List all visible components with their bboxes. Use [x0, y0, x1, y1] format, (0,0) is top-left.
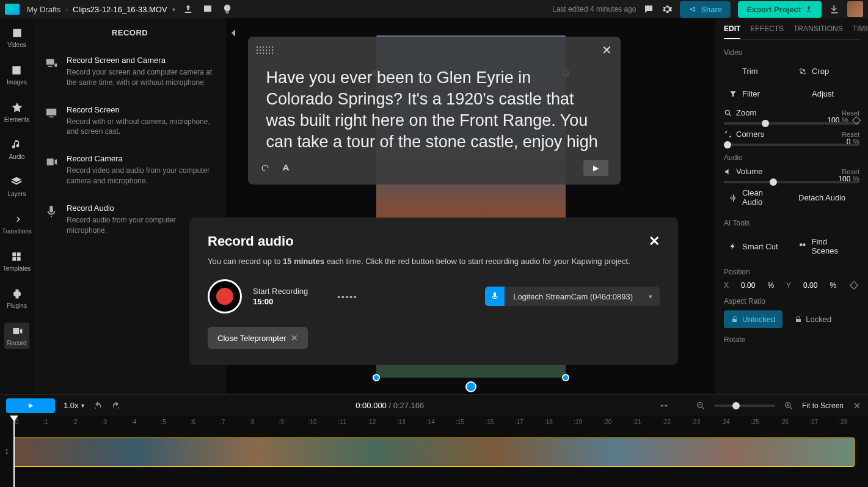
section-rotate: Rotate: [724, 335, 859, 344]
back-arrow-icon[interactable]: [226, 26, 241, 40]
waveform-placeholder: -----: [337, 291, 357, 301]
nav-templates[interactable]: Templates: [1, 248, 34, 274]
pos-x[interactable]: 0.00: [741, 281, 755, 290]
nav-videos[interactable]: Videos: [5, 24, 28, 51]
detach-audio-button[interactable]: Detach Audio: [793, 183, 859, 211]
breadcrumb-drafts[interactable]: My Drafts: [27, 5, 61, 14]
play-button[interactable]: [6, 398, 55, 413]
track-number: 1: [5, 448, 9, 455]
panel-title: RECORD: [34, 18, 226, 47]
undo-icon[interactable]: [93, 401, 103, 411]
font-size-icon[interactable]: [281, 163, 291, 173]
resize-handle-br[interactable]: [562, 374, 569, 381]
drag-grip-icon[interactable]: [257, 46, 273, 54]
camera-icon: [45, 155, 58, 169]
chevron-right-icon: ›: [66, 6, 68, 13]
timecode: 0:00.000 / 0:27.166: [129, 401, 651, 410]
ruler-tick: :9: [279, 419, 283, 425]
subtitles-icon[interactable]: [202, 4, 213, 15]
keyframe-pos[interactable]: [850, 281, 858, 290]
ruler-tick: :24: [721, 419, 730, 425]
app-logo: [5, 4, 20, 15]
mic-selector[interactable]: Logitech StreamCam (046d:0893) ▾: [485, 287, 660, 306]
teleprompter-play[interactable]: ▶: [583, 160, 608, 176]
nav-audio[interactable]: Audio: [7, 136, 27, 163]
clean-audio-button[interactable]: Clean Audio: [724, 183, 790, 211]
ruler-tick: :12: [367, 419, 376, 425]
ruler-tick: :14: [426, 419, 435, 425]
modal-close[interactable]: ✕: [649, 233, 660, 249]
nav-images[interactable]: Images: [4, 62, 29, 88]
chevron-down-icon[interactable]: ▾: [641, 288, 660, 306]
zoom-in-icon[interactable]: [784, 401, 793, 411]
zoom-slider[interactable]: [724, 122, 859, 125]
chevron-down-icon[interactable]: ▾: [172, 6, 175, 13]
breadcrumb-clip[interactable]: Clips23-12-16_16-33.MOV: [73, 5, 167, 14]
nav-transitions[interactable]: Transitions: [0, 211, 34, 237]
comment-icon[interactable]: [643, 4, 654, 15]
ruler-tick: :26: [780, 419, 789, 425]
speed-selector[interactable]: 1.0x▾: [64, 401, 84, 410]
corners-slider[interactable]: [724, 144, 859, 146]
trim-timeline-icon[interactable]: [677, 401, 687, 411]
nav-elements[interactable]: Elements: [2, 99, 32, 125]
resize-handle-bl[interactable]: [373, 374, 380, 381]
right-panel: EDIT EFFECTS TRANSITIONS TIMING Video Tr…: [715, 18, 868, 394]
timeline-ruler[interactable]: :0:1:2:3:4:5:6:7:8:9:10:11:12:13:14:15:1…: [6, 416, 862, 428]
aspect-unlocked[interactable]: Unlocked: [724, 310, 782, 328]
record-option-screen-camera[interactable]: Record Screen and CameraRecord your scre…: [34, 47, 226, 97]
tab-timing[interactable]: TIMING: [853, 24, 868, 39]
zoom-out-icon[interactable]: [696, 401, 706, 411]
pos-y[interactable]: 0.00: [803, 281, 817, 290]
video-track[interactable]: [13, 438, 855, 467]
close-timeline-icon[interactable]: [852, 401, 862, 411]
tab-transitions[interactable]: TRANSITIONS: [793, 24, 843, 39]
ruler-tick: :2: [73, 419, 78, 425]
findscenes-button[interactable]: Find Scenes: [793, 232, 859, 260]
zoom-reset[interactable]: Reset: [842, 109, 859, 117]
corners-reset[interactable]: Reset: [842, 131, 859, 138]
nav-layers[interactable]: Layers: [5, 174, 28, 200]
aspect-locked[interactable]: Locked: [787, 310, 839, 328]
timeline[interactable]: :0:1:2:3:4:5:6:7:8:9:10:11:12:13:14:15:1…: [0, 416, 868, 487]
close-icon: ✕: [291, 333, 298, 343]
tab-edit[interactable]: EDIT: [724, 24, 740, 39]
redo-icon[interactable]: [111, 401, 121, 411]
rotate-handle[interactable]: [465, 381, 476, 392]
volume-reset[interactable]: Reset: [842, 168, 859, 175]
record-option-screen[interactable]: Record ScreenRecord with or without came…: [34, 97, 226, 146]
fit-to-screen[interactable]: Fit to Screen: [802, 401, 844, 410]
timeline-zoom-slider[interactable]: [714, 405, 775, 407]
adjust-button[interactable]: Adjust: [793, 84, 859, 103]
speed-icon[interactable]: [260, 163, 270, 173]
tab-effects[interactable]: EFFECTS: [750, 24, 784, 39]
gear-icon[interactable]: [662, 4, 673, 15]
snap-icon[interactable]: [659, 401, 669, 411]
crop-button[interactable]: Crop: [793, 62, 859, 81]
export-button[interactable]: Export Project: [738, 1, 822, 18]
screen-camera-icon: [45, 57, 58, 70]
teleprompter-close[interactable]: ✕: [602, 43, 612, 57]
close-teleprompter-button[interactable]: Close Teleprompter✕: [208, 327, 308, 349]
nav-plugins[interactable]: Plugins: [4, 285, 29, 312]
lightbulb-icon[interactable]: [222, 4, 233, 15]
smartcut-button[interactable]: Smart Cut: [724, 232, 790, 260]
volume-slider[interactable]: [724, 181, 859, 183]
mic-icon: [45, 205, 58, 218]
ruler-tick: :27: [809, 419, 818, 425]
scenes-icon: [798, 242, 807, 251]
playhead[interactable]: [13, 416, 15, 487]
ruler-tick: :1: [43, 419, 48, 425]
record-button[interactable]: [208, 279, 242, 313]
ruler-tick: :6: [191, 419, 195, 425]
share-button[interactable]: Share: [680, 1, 731, 18]
teleprompter[interactable]: ✕ Have you ever been to Glen Eyrie in Co…: [248, 37, 621, 185]
record-option-camera[interactable]: Record CameraRecord video and audio from…: [34, 145, 226, 195]
modal-title: Record audio: [208, 233, 294, 249]
filter-button[interactable]: Filter: [724, 84, 790, 103]
upload-icon[interactable]: [183, 4, 194, 15]
trim-button[interactable]: Trim: [724, 62, 790, 81]
download-icon[interactable]: [829, 4, 840, 15]
nav-record[interactable]: Record: [4, 323, 29, 349]
avatar[interactable]: [847, 1, 863, 17]
